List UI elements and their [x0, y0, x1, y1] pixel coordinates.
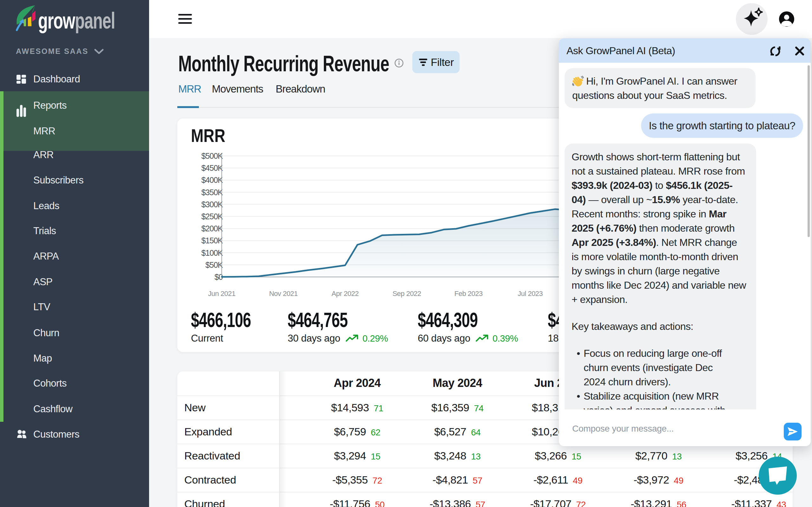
svg-text:$500K: $500K — [201, 152, 223, 160]
svg-text:$250K: $250K — [201, 212, 223, 221]
svg-text:$400K: $400K — [201, 176, 223, 184]
svg-text:$350K: $350K — [201, 188, 223, 197]
svg-text:Jul 2023: Jul 2023 — [518, 290, 543, 297]
svg-text:Apr 2022: Apr 2022 — [332, 290, 359, 297]
svg-text:Feb 2023: Feb 2023 — [455, 290, 483, 297]
svg-text:$150K: $150K — [201, 236, 223, 245]
svg-text:$100K: $100K — [201, 248, 223, 257]
svg-text:$50K: $50K — [206, 261, 223, 269]
svg-text:$300K: $300K — [201, 200, 223, 209]
svg-text:$200K: $200K — [201, 224, 223, 233]
svg-text:Jun 2021: Jun 2021 — [208, 290, 236, 297]
svg-text:$450K: $450K — [201, 164, 223, 172]
svg-text:Nov 2021: Nov 2021 — [269, 290, 298, 297]
svg-text:Sep 2022: Sep 2022 — [392, 290, 421, 297]
